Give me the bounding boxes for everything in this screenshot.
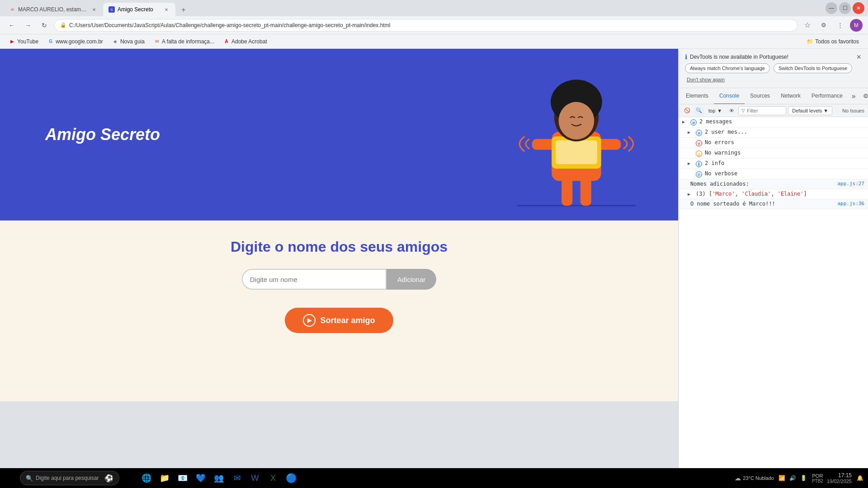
no-warnings-text: No warnings [705, 150, 864, 156]
browser-window: ✉ MARCO AURELIO, estamos aq... ✕ S Amigo… [0, 0, 868, 488]
devtools-toolbar: 🚫 🔍 top ▼ 👁 ▽ Default levels ▼ No Issues [679, 104, 868, 117]
excel-icon[interactable]: X [266, 471, 280, 485]
banner-title-row: ℹ DevTools is now available in Portugues… [685, 53, 862, 61]
taskbar-app-icons: ⧉ 🌐 📁 📧 💙 👥 ✉ W X 🔵 [121, 471, 298, 485]
bookmark-falta[interactable]: ✉ A falta de informaça... [150, 37, 218, 47]
tab-2[interactable]: S Amigo Secreto ✕ [103, 3, 175, 16]
name-input[interactable] [242, 269, 387, 290]
tab-console[interactable]: Console [714, 88, 745, 104]
console-row-2-info: ▶ ℹ 2 info [679, 159, 868, 169]
window-controls: — ☐ ✕ [826, 2, 864, 14]
address-bar-row: ← → ↻ 🔒 C:/Users/User/Documents/JavaScri… [0, 16, 868, 34]
devtools-tabs: Elements Console Sources Network Perform… [679, 88, 868, 104]
messages-text: 2 messages [699, 118, 864, 125]
sort-button[interactable]: ▶ Sortear amigo [285, 308, 393, 333]
teams-icon[interactable]: 👥 [212, 471, 226, 485]
top-dropdown-icon[interactable]: ▼ [717, 108, 722, 113]
switch-devtools-button[interactable]: Switch DevTools to Portuguese [774, 63, 852, 73]
bookmark-youtube[interactable]: ▶ YouTube [5, 37, 42, 47]
more-tabs-button[interactable]: » [848, 88, 859, 104]
explorer-icon[interactable]: 📁 [157, 471, 172, 485]
tab-network[interactable]: Network [775, 88, 806, 104]
dont-show-button[interactable]: Don't show again [685, 76, 862, 83]
bookmark-google[interactable]: G www.google.com.br [44, 37, 107, 47]
maximize-button[interactable]: ☐ [839, 2, 851, 14]
profile-button[interactable]: M [850, 19, 863, 32]
levels-chevron: ▼ [823, 108, 828, 113]
minimize-button[interactable]: — [826, 2, 837, 14]
eye-icon[interactable]: 👁 [726, 106, 736, 116]
filter-toggle-button[interactable]: 🔍 [694, 106, 704, 116]
banner-close-button[interactable]: ✕ [856, 53, 862, 61]
bookmarks-bar: ▶ YouTube G www.google.com.br ◈ Nova gui… [0, 34, 868, 49]
weather-widget[interactable]: ☁ 23°C Nublado [735, 474, 774, 482]
menu-button[interactable]: ⋮ [834, 19, 846, 32]
tab1-favicon: ✉ [9, 6, 15, 13]
forward-button[interactable]: → [22, 19, 34, 32]
network-icon[interactable]: 📶 [778, 474, 787, 483]
bookmark-star-button[interactable]: ☆ [801, 19, 814, 32]
tab-1[interactable]: ✉ MARCO AURELIO, estamos aq... ✕ [4, 3, 103, 16]
bookmark-adobe[interactable]: A Adobe Acrobat [220, 37, 271, 47]
app-body: Digite o nome dos seus amigos Adicionar … [0, 221, 678, 401]
refresh-button[interactable]: ↻ [38, 19, 51, 32]
chrome-icon[interactable]: 🔵 [284, 471, 298, 485]
clock-widget[interactable]: 17:15 19/02/2025 [827, 472, 852, 484]
console-row-names-added: Nomes adicionados: app.js:27 [679, 179, 868, 189]
devtools-settings-icon[interactable]: ⚙ [859, 90, 868, 103]
word-icon[interactable]: W [248, 471, 262, 485]
expand-user-messages-icon[interactable]: ▶ [688, 130, 693, 135]
mail-icon[interactable]: ✉ [230, 471, 244, 485]
levels-dropdown[interactable]: Default levels ▼ [788, 106, 832, 115]
expand-messages-icon[interactable]: ▶ [682, 119, 688, 124]
tab-performance[interactable]: Performance [806, 88, 848, 104]
console-row-sorted: O nome sorteado é Marco!!! app.js:36 [679, 199, 868, 209]
user-messages-text: 2 user mes... [705, 129, 864, 135]
filter-box[interactable]: ▽ [738, 106, 786, 115]
tab1-title: MARCO AURELIO, estamos aq... [18, 6, 88, 13]
clear-console-button[interactable]: 🚫 [682, 106, 692, 116]
info-icon: ℹ [685, 53, 687, 61]
top-label: top [708, 108, 715, 113]
add-button[interactable]: Adicionar [387, 269, 437, 290]
extensions-button[interactable]: ⚙ [817, 19, 830, 32]
expand-array-icon[interactable]: ▶ [688, 192, 693, 197]
weather-text: 23°C Nublado [743, 475, 774, 481]
tab-sources[interactable]: Sources [745, 88, 775, 104]
address-bar[interactable]: 🔒 C:/Users/User/Documents/JavaScript/Aul… [54, 19, 797, 32]
error-icon: ✕ [696, 140, 702, 146]
all-favorites-button[interactable]: 📁 Todos os favoritos [803, 37, 863, 47]
bookmark-folder-icon: 📁 [807, 38, 813, 45]
outlook-icon[interactable]: 📧 [175, 471, 190, 485]
tab-elements[interactable]: Elements [680, 88, 714, 104]
sorted-link[interactable]: app.js:36 [837, 201, 864, 206]
filter-input[interactable] [747, 108, 783, 113]
volume-icon[interactable]: 🔊 [788, 474, 797, 483]
expand-info-icon[interactable]: ▶ [688, 161, 693, 166]
tab2-close[interactable]: ✕ [163, 6, 170, 13]
battery-icon[interactable]: 🔋 [799, 474, 808, 483]
start-button[interactable]: ⊞ [4, 471, 18, 485]
taskbar-search[interactable]: 🔍 Digite aqui para pesquisar ⚽ [20, 471, 119, 485]
youtube-favicon: ▶ [9, 38, 15, 45]
task-view-icon[interactable]: ⧉ [121, 471, 136, 485]
match-language-button[interactable]: Always match Chrome's language [685, 63, 770, 73]
console-row-array: ▶ (3) ['Marco', 'Claudia', 'Elaine'] [679, 189, 868, 199]
edge-icon[interactable]: 🌐 [139, 471, 154, 485]
tab1-close[interactable]: ✕ [90, 6, 98, 13]
elements-tab-label: Elements [686, 93, 708, 99]
banner-title-text: DevTools is now available in Portuguese! [690, 54, 788, 60]
new-tab-button[interactable]: + [177, 4, 190, 16]
no-errors-text: No errors [705, 139, 864, 145]
names-added-link[interactable]: app.js:27 [837, 181, 864, 187]
main-area: Amigo Secreto [0, 49, 868, 488]
warning-icon: △ [696, 150, 702, 157]
notification-icon[interactable]: 🔔 [855, 474, 864, 483]
user-messages-icon: ≡ [696, 130, 702, 136]
sys-icons: 📶 🔊 🔋 [778, 474, 808, 483]
bookmark-nova-guia[interactable]: ◈ Nova guia [108, 37, 148, 47]
vscode-icon[interactable]: 💙 [193, 471, 208, 485]
back-button[interactable]: ← [5, 19, 18, 32]
lock-icon: 🔒 [60, 22, 66, 28]
close-button[interactable]: ✕ [853, 2, 864, 14]
